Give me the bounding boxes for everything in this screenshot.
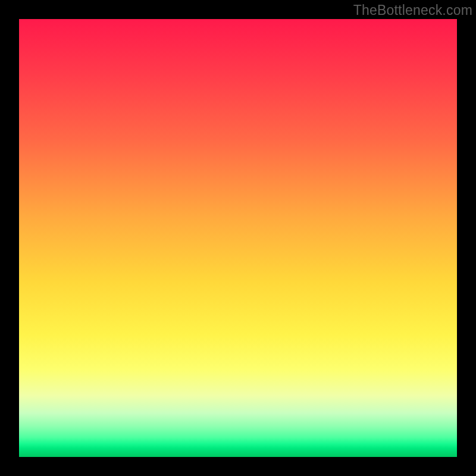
chart-frame: TheBottleneck.com <box>0 0 476 476</box>
plot-area <box>19 19 457 457</box>
watermark-text: TheBottleneck.com <box>353 2 472 18</box>
gradient-background <box>19 19 457 457</box>
